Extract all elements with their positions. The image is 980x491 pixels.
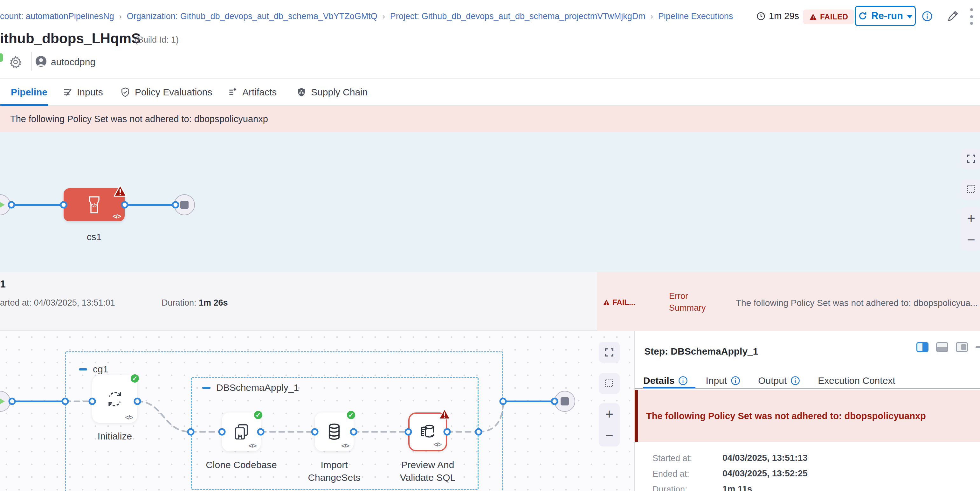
duration-label: Duration: bbox=[652, 485, 687, 491]
started-at-label: Started at: bbox=[652, 453, 692, 463]
step-details-panel: Step: DBSchemaApply_1 Details Input Outp… bbox=[634, 331, 980, 491]
edge-line bbox=[125, 204, 175, 206]
gear-icon[interactable] bbox=[9, 55, 22, 69]
tab-artifacts-label: Artifacts bbox=[242, 87, 277, 98]
stage-icon: </> bbox=[86, 195, 103, 214]
inputs-icon bbox=[62, 87, 73, 97]
tab-artifacts[interactable]: Artifacts bbox=[228, 79, 277, 106]
breadcrumb-separator: › bbox=[382, 12, 385, 21]
breadcrumb: count: automationPipelinesNg › Organizat… bbox=[0, 11, 733, 21]
database-icon bbox=[326, 423, 343, 441]
tab-details-label: Details bbox=[643, 375, 675, 386]
tab-policy-evaluations-label: Policy Evaluations bbox=[135, 87, 212, 98]
tab-policy-evaluations[interactable]: Policy Evaluations bbox=[120, 79, 212, 106]
connector-dot bbox=[405, 428, 412, 436]
edit-pencil-icon[interactable] bbox=[947, 9, 960, 22]
info-icon[interactable] bbox=[731, 376, 740, 385]
step-error-message: The following Policy Set was not adhered… bbox=[635, 390, 980, 442]
tab-inputs-label: Inputs bbox=[77, 87, 103, 98]
tab-input[interactable]: Input bbox=[706, 375, 740, 386]
zoom-out-button[interactable]: − bbox=[967, 230, 975, 249]
connector-dot bbox=[121, 201, 129, 209]
success-check-badge: ✓ bbox=[253, 410, 263, 420]
breadcrumb-executions-link[interactable]: Pipeline Executions bbox=[658, 11, 733, 21]
more-options-menu[interactable] bbox=[970, 8, 973, 25]
code-glyph: </> bbox=[342, 442, 349, 449]
info-icon[interactable] bbox=[791, 376, 800, 385]
build-id: (Build Id: 1) bbox=[135, 35, 179, 45]
success-check-badge: ✓ bbox=[130, 373, 140, 383]
layout-right-panel-icon[interactable] bbox=[916, 342, 929, 352]
fullscreen-icon bbox=[966, 154, 976, 164]
failed-warning-badge bbox=[113, 184, 127, 197]
tab-details[interactable]: Details bbox=[643, 375, 688, 386]
play-icon bbox=[0, 200, 5, 209]
initialize-refresh-icon bbox=[105, 389, 125, 409]
page-title: ithub_dbops_LHqmS bbox=[0, 30, 140, 46]
policy-violation-banner-text: The following Policy Set was not adhered… bbox=[10, 114, 268, 124]
ended-at-label: Ended at: bbox=[652, 469, 689, 479]
tab-supply-chain[interactable]: Supply Chain bbox=[296, 79, 368, 106]
connector-dot bbox=[187, 428, 195, 436]
chevron-down-icon[interactable] bbox=[907, 15, 913, 18]
step-label-preview: Preview And Validate SQL bbox=[390, 459, 466, 484]
breadcrumb-project-link[interactable]: Project: Github_db_devops_aut_db_schema_… bbox=[390, 11, 646, 21]
execution-graph-canvas[interactable]: cg1 DBSchemaApply_1 bbox=[0, 331, 634, 491]
connector-dot bbox=[444, 428, 451, 436]
rerun-button[interactable]: Re-run bbox=[855, 6, 916, 26]
tab-output-label: Output bbox=[758, 375, 787, 386]
svg-text:</>: </> bbox=[90, 203, 98, 208]
status-badge-label: FAILED bbox=[820, 13, 848, 21]
info-icon[interactable] bbox=[678, 376, 688, 385]
breadcrumb-organization-link[interactable]: Organization: Github_db_devops_aut_db_sc… bbox=[127, 11, 377, 21]
marquee-select-button[interactable] bbox=[961, 179, 980, 199]
stage-duration: Duration: 1m 26s bbox=[162, 298, 228, 308]
fullscreen-button[interactable] bbox=[961, 148, 980, 169]
success-check-badge: ✓ bbox=[346, 410, 356, 420]
step-label-initialize: Initialize bbox=[83, 430, 146, 443]
tab-input-label: Input bbox=[706, 375, 727, 386]
step-label-clone: Clone Codebase bbox=[203, 459, 280, 471]
tab-inputs[interactable]: Inputs bbox=[62, 79, 103, 106]
zoom-in-button[interactable]: + bbox=[967, 209, 975, 228]
clock-icon bbox=[756, 11, 766, 21]
stage-node-cs1[interactable]: </> </> bbox=[64, 188, 125, 221]
artifacts-icon bbox=[228, 87, 238, 97]
tab-execution-context-label: Execution Context bbox=[818, 375, 895, 386]
error-summary-text: The following Policy Set was not adhered… bbox=[736, 298, 977, 308]
node-label: cs1 bbox=[64, 232, 125, 242]
warning-triangle-icon bbox=[603, 299, 610, 306]
tab-pipeline[interactable]: Pipeline bbox=[11, 79, 48, 106]
step-error-message-text: The following Policy Set was not adhered… bbox=[646, 411, 926, 421]
policy-violation-banner: The following Policy Set was not adhered… bbox=[0, 106, 980, 132]
stage-graph-canvas[interactable]: </> </> cs1 + − bbox=[0, 132, 980, 272]
layout-floating-panel-icon[interactable] bbox=[956, 342, 968, 352]
status-strip-fragment bbox=[0, 53, 3, 62]
stage-started-at: arted at: 04/03/2025, 13:51:01 bbox=[0, 298, 115, 308]
code-glyph: </> bbox=[125, 414, 133, 421]
connector-dot bbox=[551, 398, 558, 405]
connector-dot bbox=[257, 428, 264, 436]
trigger-user-label: autocdpng bbox=[51, 57, 95, 67]
connector-dot bbox=[475, 428, 482, 436]
breadcrumb-account-link[interactable]: count: automationPipelinesNg bbox=[0, 11, 114, 21]
stage-fail-badge-label: FAIL... bbox=[612, 298, 635, 307]
info-icon[interactable] bbox=[922, 11, 932, 22]
tab-supply-chain-label: Supply Chain bbox=[311, 87, 368, 98]
connector-dot bbox=[134, 398, 141, 405]
refresh-icon bbox=[858, 11, 867, 21]
step-initialize[interactable]: </> bbox=[92, 375, 137, 423]
layout-bottom-panel-icon[interactable] bbox=[936, 342, 948, 352]
tab-output[interactable]: Output bbox=[758, 375, 800, 386]
connector-dot bbox=[500, 398, 507, 405]
connector-dot bbox=[9, 398, 16, 405]
connector-dot bbox=[218, 428, 226, 436]
minimize-panel-icon[interactable] bbox=[975, 346, 980, 348]
ended-at-value: 04/03/2025, 13:52:25 bbox=[722, 469, 808, 478]
connector-dot bbox=[8, 201, 15, 209]
connector-dot bbox=[172, 201, 179, 209]
breadcrumb-separator: › bbox=[119, 12, 122, 21]
database-check-icon bbox=[418, 423, 437, 441]
tab-execution-context[interactable]: Execution Context bbox=[818, 375, 895, 386]
rerun-button-label: Re-run bbox=[871, 10, 903, 22]
